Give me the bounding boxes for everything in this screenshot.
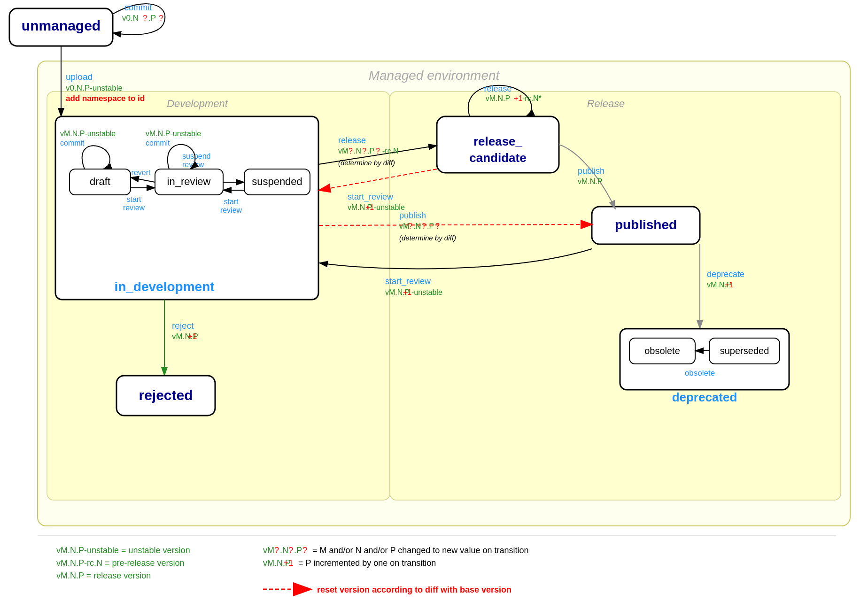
legend-2: vM.N.P-rc.N = pre-release version	[56, 558, 185, 568]
upload-version: v0.N.P-unstable	[66, 84, 123, 93]
release-to-rc-p: .P	[367, 147, 374, 155]
start-review-1: start	[126, 195, 141, 203]
release-label: Release	[587, 98, 625, 109]
legend-6-desc: reset version according to diff with bas…	[317, 585, 512, 594]
legend-4-n: .N	[280, 546, 288, 555]
suspend-review-label2: review	[182, 161, 204, 169]
unmanaged-version: v0.N	[122, 14, 139, 23]
legend-5-desc: = P incremented by one on transition	[298, 558, 436, 568]
legend-4-q1: ?	[274, 546, 279, 555]
reject-label: reject	[172, 321, 194, 331]
legend-5-plus: +1	[284, 558, 294, 568]
rc-self-rc: -rc.N*	[522, 94, 542, 102]
deprecated-label: deprecated	[672, 390, 737, 404]
state-published: published	[615, 217, 677, 232]
release-to-rc-label: release	[338, 136, 366, 145]
state-in-review: in_review	[167, 176, 211, 187]
state-suspended: suspended	[252, 176, 302, 187]
dev-commit-left: commit	[60, 139, 85, 147]
rc-start-review-unstable: -unstable	[374, 203, 405, 211]
publish-dashed-q1: ?	[408, 222, 412, 230]
in-development-label: in_development	[114, 279, 214, 294]
development-label: Development	[167, 98, 228, 109]
state-rc: release_	[473, 134, 523, 148]
rc-start-review-plus: +1	[365, 203, 374, 211]
svg-rect-10	[55, 116, 318, 300]
release-to-rc-q1: ?	[349, 147, 353, 155]
legend-1: vM.N.P-unstable = unstable version	[56, 546, 190, 555]
start-review-1b: review	[123, 204, 145, 212]
pub-start-review-plus: +1	[403, 288, 411, 296]
legend-3: vM.N.P = release version	[56, 571, 151, 580]
state-draft: draft	[90, 176, 110, 187]
unmanaged-commit-label: commit	[124, 3, 152, 12]
legend-4-q2: ?	[288, 546, 293, 555]
release-to-rc-q2: ?	[362, 147, 366, 155]
deprecate-plus: +1	[725, 281, 733, 289]
publish-dashed-q3: ?	[435, 222, 440, 230]
release-to-rc-q3: ?	[376, 147, 380, 155]
legend-4-q3: ?	[302, 546, 307, 555]
rc-publish-version: vM.N.P	[578, 177, 602, 185]
publish-dashed-p: .P	[427, 222, 434, 230]
upload-label: upload	[66, 72, 93, 82]
dev-version-right: vM.N.P-unstable	[146, 130, 201, 138]
rc-publish-label: publish	[578, 166, 604, 176]
publish-dashed-diff: (determine by diff)	[399, 234, 456, 242]
rc-start-review: start_review	[348, 192, 394, 202]
state-rc2: candidate	[469, 151, 526, 165]
upload-ns: add namespace to id	[66, 94, 145, 103]
pub-start-review-unstable: -unstable	[411, 288, 442, 296]
start-review-2b: review	[220, 206, 242, 214]
unmanaged-p2: ?	[159, 14, 163, 23]
state-obsolete: obsolete	[644, 346, 680, 356]
unmanaged-p: .P	[148, 14, 156, 23]
release-to-rc-ver1: vM	[338, 147, 348, 155]
suspend-review-label: suspend	[182, 152, 211, 160]
reject-plus: +1	[188, 332, 197, 341]
start-review-2: start	[224, 198, 239, 206]
legend-4-label: vM	[263, 546, 274, 555]
rc-self-version: vM.N.P	[486, 94, 510, 102]
legend-4-p: .P	[294, 546, 302, 555]
obsolete-arrow-label: obsolete	[685, 369, 715, 378]
dev-version-left: vM.N.P-unstable	[60, 130, 116, 138]
rc-self-release: release	[484, 84, 512, 93]
rc-self-plus: +1	[514, 94, 522, 102]
state-rejected: rejected	[139, 387, 193, 403]
release-to-rc-rcn: -rc.N	[382, 147, 399, 155]
unmanaged-n: ?	[143, 14, 147, 23]
publish-dashed-label: publish	[399, 211, 426, 220]
publish-dashed-q2: ?	[422, 222, 426, 230]
dev-commit-right: commit	[146, 139, 170, 147]
pub-start-review: start_review	[385, 277, 431, 286]
state-unmanaged: unmanaged	[22, 18, 101, 33]
deprecate-label: deprecate	[707, 270, 744, 279]
state-superseded: superseded	[720, 346, 769, 356]
release-to-rc-n: .N	[354, 147, 361, 155]
revert-label: revert	[132, 169, 151, 177]
managed-env-label: Managed environment	[369, 68, 500, 83]
diagram-container: Managed environment Development Release …	[0, 0, 868, 609]
legend-4-desc: = M and/or N and/or P changed to new val…	[312, 546, 528, 555]
release-to-rc-diff: (determine by diff)	[338, 159, 395, 167]
publish-dashed-n: .N	[413, 222, 421, 230]
